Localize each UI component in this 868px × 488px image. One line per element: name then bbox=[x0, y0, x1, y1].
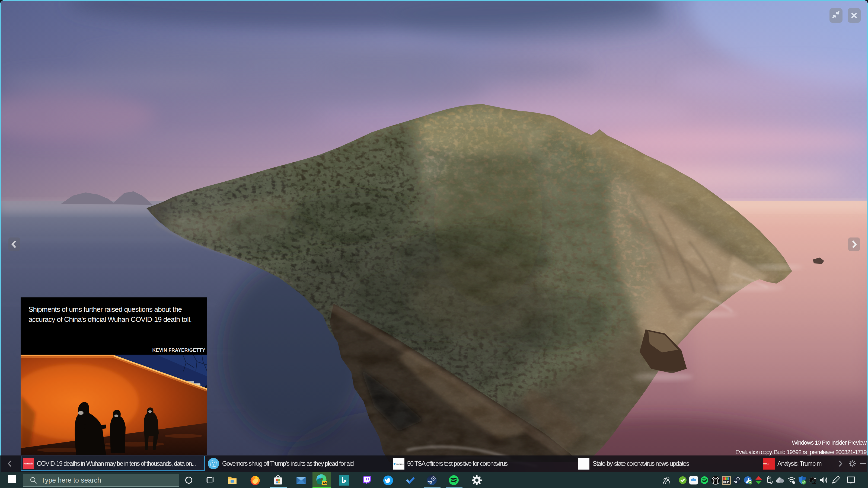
svg-text:AN: AN bbox=[323, 482, 327, 485]
